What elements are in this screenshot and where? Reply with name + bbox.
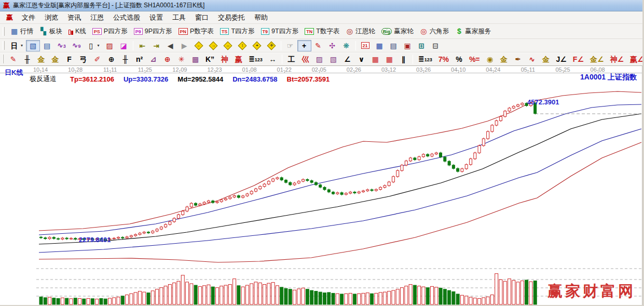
symbol-label[interactable]: 1A0001 上证指数: [580, 73, 637, 82]
menu-window[interactable]: 窗口: [190, 12, 213, 23]
winner-wheel-button[interactable]: Big赢家轮: [378, 25, 417, 37]
angle-gold-button[interactable]: 金∠: [587, 54, 607, 65]
toolbar-grip[interactable]: [3, 27, 5, 36]
angle-shen-button[interactable]: 神∠: [607, 54, 627, 65]
winner-service-button[interactable]: $赢家服务: [452, 25, 494, 37]
width-arrow-button[interactable]: ↔: [266, 54, 280, 65]
zoom-all-button[interactable]: +: [250, 41, 264, 50]
n-squared-button[interactable]: n²: [132, 54, 146, 65]
t-number-table-button[interactable]: TNT数字表: [302, 25, 342, 37]
tick-ruler2-button[interactable]: ╫: [118, 54, 132, 65]
gann-tool-button[interactable]: ✣: [325, 40, 339, 51]
info-list-button[interactable]: ▤: [40, 40, 54, 51]
menu-tools[interactable]: 工具: [168, 12, 190, 23]
toolbar-grip[interactable]: [3, 41, 5, 50]
shen-ruler-button[interactable]: 神: [217, 54, 231, 65]
fan-box-button[interactable]: ▨: [312, 54, 326, 65]
next-bar-button[interactable]: ▶: [177, 40, 191, 51]
title-bar[interactable]: 赢 赢家江恩专业版[赢家内部服务平台] - [上证指数 SH1A0001-167…: [0, 0, 642, 11]
spiral-tool-button[interactable]: 弓: [76, 54, 90, 65]
t-square-button[interactable]: TST四方形: [217, 25, 258, 37]
angle-pencil-button[interactable]: ⊿: [146, 54, 160, 65]
k-marks-button[interactable]: K”: [202, 54, 217, 65]
zigzag-button[interactable]: ∨: [354, 54, 368, 65]
menu-help[interactable]: 帮助: [250, 12, 272, 23]
gold-levels-button[interactable]: 金: [497, 54, 511, 65]
notes-button[interactable]: ▤: [387, 40, 401, 51]
p-number-table-button[interactable]: PNP数字表: [175, 25, 217, 37]
f-ruler-button[interactable]: F: [62, 54, 76, 65]
pen-ruler-button[interactable]: ✐: [90, 54, 104, 65]
expand-x-button[interactable]: ↔: [221, 41, 235, 50]
drag-hand-button[interactable]: ☞: [283, 40, 297, 51]
circle-arrows-button[interactable]: ⊕: [104, 54, 118, 65]
wave-pct-button[interactable]: ∿: [525, 54, 539, 65]
network-button[interactable]: ⊞: [415, 40, 429, 51]
percent-button[interactable]: %: [452, 54, 466, 65]
pct-levels-button[interactable]: %=: [466, 54, 483, 65]
ink-pen-button[interactable]: ✒: [511, 54, 525, 65]
gann-wheel-button[interactable]: ◎江恩轮: [342, 25, 378, 37]
crosshair-button[interactable]: +: [297, 40, 311, 51]
gold-ruler-a-button[interactable]: 金: [34, 54, 48, 65]
pct-retrace-button[interactable]: 7%: [435, 54, 452, 65]
wave-9-button[interactable]: ∿9: [69, 39, 84, 52]
gann-box-button[interactable]: ▨: [103, 40, 117, 51]
menu-trade-order[interactable]: 交易委托: [213, 12, 250, 23]
parallel-lines-button[interactable]: ∥: [396, 54, 410, 65]
kline-button[interactable]: K线: [65, 25, 89, 37]
frame-tool-button[interactable]: 工: [284, 54, 298, 65]
fan-lines-button[interactable]: 巛: [298, 54, 312, 65]
first-bar-button[interactable]: ⇤: [135, 40, 149, 51]
zoom-in-x-button[interactable]: →: [206, 41, 221, 50]
p9-square-button[interactable]: P99P四方形: [131, 25, 175, 37]
ying-ruler-button[interactable]: 赢: [231, 54, 245, 65]
menu-settings[interactable]: 设置: [145, 12, 168, 23]
hexagon-button[interactable]: ◎六角形: [417, 25, 453, 37]
angle-j-button[interactable]: J∠: [553, 54, 570, 65]
fan-box2-button[interactable]: ▧: [326, 54, 340, 65]
brush-tool-button[interactable]: ✎: [6, 54, 20, 65]
chart-window-button[interactable]: ▧: [26, 40, 40, 51]
menu-file[interactable]: 文件: [17, 12, 40, 23]
grid-b-button[interactable]: ▦: [382, 54, 396, 65]
gold-ruler-b-button[interactable]: 金: [48, 54, 62, 65]
menu-formula-stock-pick[interactable]: 公式选股: [108, 12, 145, 23]
calculator-button[interactable]: ▦: [373, 40, 387, 51]
angle-ying-button[interactable]: 赢∠: [627, 54, 644, 65]
menu-gann[interactable]: 江恩: [86, 12, 108, 23]
gold-circle-button[interactable]: ◉: [483, 54, 497, 65]
profile-chart-button[interactable]: ◪: [117, 40, 131, 51]
price-ladder-button[interactable]: ≣123: [415, 53, 435, 65]
save-button[interactable]: ▣: [401, 40, 415, 51]
ruler-123-button[interactable]: ≣123: [245, 53, 266, 65]
expand-y-button[interactable]: ↕: [235, 41, 250, 50]
trend-line-button[interactable]: ∠: [340, 54, 354, 65]
indicator-name[interactable]: 极反通道: [30, 74, 57, 84]
prev-bar-button[interactable]: ◀: [163, 40, 177, 51]
menu-logo-icon[interactable]: 赢: [2, 13, 17, 22]
calendar-21-button[interactable]: 21: [358, 41, 373, 50]
angle-f-button[interactable]: F∠: [570, 54, 587, 65]
sectors-button[interactable]: ▚板块: [36, 25, 65, 37]
period-daily-button[interactable]: 日▾: [7, 40, 26, 51]
wave-3-button[interactable]: ∿3: [54, 39, 69, 52]
fit-screen-button[interactable]: ✛: [264, 41, 279, 50]
circle-cross-button[interactable]: ⊕: [160, 54, 174, 65]
gold-levels2-button[interactable]: 金: [539, 54, 553, 65]
t9-square-button[interactable]: T99T四方形: [258, 25, 302, 37]
p-square-button[interactable]: PSP四方形: [89, 25, 131, 37]
zoom-out-x-button[interactable]: ←: [191, 41, 206, 50]
angle-measure-button[interactable]: ✎: [311, 40, 325, 51]
quotes-button[interactable]: ▦行情: [7, 25, 36, 37]
menu-browse[interactable]: 浏览: [40, 12, 63, 23]
grid-a-button[interactable]: ▦: [368, 54, 382, 65]
grid-net-button[interactable]: ▩: [188, 54, 202, 65]
chart-canvas[interactable]: 4572.39012279.8401: [0, 66, 644, 305]
toolbar-grip[interactable]: [3, 55, 4, 63]
analysis-button[interactable]: ❋: [339, 40, 353, 51]
candle-type-button[interactable]: ▯▾: [84, 40, 103, 51]
last-bar-button[interactable]: ⇥: [149, 40, 163, 51]
print-button[interactable]: ⊟: [429, 40, 443, 51]
tick-ruler-button[interactable]: ╫: [20, 54, 34, 65]
